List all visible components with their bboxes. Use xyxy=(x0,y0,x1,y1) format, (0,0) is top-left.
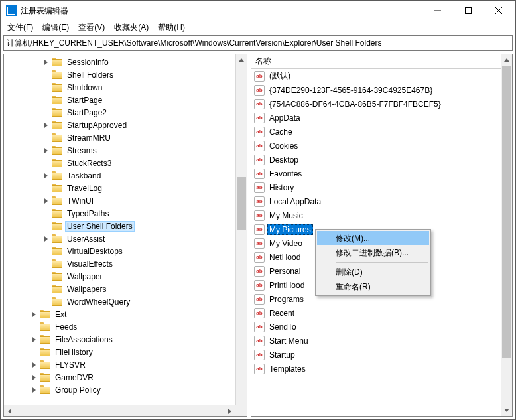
string-value-icon: ab xyxy=(254,350,265,360)
tree-pane[interactable]: SessionInfoShell FoldersShutdownStartPag… xyxy=(3,54,247,417)
folder-icon xyxy=(52,222,62,230)
scroll-up-button[interactable] xyxy=(236,54,247,66)
tree-item[interactable]: GameDVR xyxy=(7,371,235,384)
tree-item-label: StuckRects3 xyxy=(65,158,113,169)
tree-item[interactable]: Wallpaper xyxy=(7,270,235,283)
value-row[interactable]: abFavorites xyxy=(251,167,501,180)
tree-item[interactable]: TWinUI xyxy=(7,194,235,207)
tree-item[interactable]: UserAssist xyxy=(7,232,235,245)
expander-icon[interactable] xyxy=(42,120,52,131)
tree-item-label: SessionInfo xyxy=(65,57,111,68)
tree-item[interactable]: StartPage xyxy=(7,94,235,106)
tree-item[interactable]: Shutdown xyxy=(7,81,235,94)
menu-file[interactable]: 文件(F) xyxy=(3,21,37,35)
window-title: 注册表编辑器 xyxy=(21,5,68,17)
expander-icon[interactable] xyxy=(31,334,40,345)
expander-icon[interactable] xyxy=(31,360,40,370)
tree-scrollbar-h[interactable] xyxy=(4,405,235,416)
titlebar[interactable]: 注册表编辑器 xyxy=(1,1,515,21)
expander-icon[interactable] xyxy=(31,309,40,320)
string-value-icon: ab xyxy=(254,169,265,179)
tree-item[interactable]: User Shell Folders xyxy=(7,220,235,232)
tree-item[interactable]: TravelLog xyxy=(7,182,235,194)
tree-item-label: VisualEffects xyxy=(65,259,115,269)
maximize-button[interactable] xyxy=(453,1,484,21)
tree-scrollbar-v[interactable] xyxy=(235,54,247,416)
list-scrollbar-v[interactable] xyxy=(501,54,512,416)
folder-icon xyxy=(52,285,62,293)
tree-item-label: StartPage2 xyxy=(65,107,109,118)
tree-item-label: VirtualDesktops xyxy=(65,246,125,257)
tree-item-label: StreamMRU xyxy=(65,133,113,143)
scroll-thumb[interactable] xyxy=(237,177,246,230)
value-row[interactable]: abDesktop xyxy=(251,153,501,167)
value-row[interactable]: abStart Menu xyxy=(251,334,501,348)
tree-item[interactable]: Ext xyxy=(7,308,235,320)
expander-icon[interactable] xyxy=(31,372,40,383)
expander-icon[interactable] xyxy=(42,57,52,68)
address-bar[interactable]: 计算机\HKEY_CURRENT_USER\Software\Microsoft… xyxy=(3,35,513,51)
expander-icon[interactable] xyxy=(42,234,52,244)
tree-item[interactable]: Wallpapers xyxy=(7,283,235,295)
value-row[interactable]: ab{374DE290-123F-4565-9164-39C4925E467B} xyxy=(251,83,501,97)
tree-item-label: Shell Folders xyxy=(65,70,115,80)
tree-item[interactable]: FileAssociations xyxy=(7,333,235,346)
value-row[interactable]: abTemplates xyxy=(251,362,501,376)
tree-item[interactable]: StartPage2 xyxy=(7,106,235,119)
tree-item[interactable]: StreamMRU xyxy=(7,131,235,144)
scroll-down-button[interactable] xyxy=(501,405,512,416)
value-row[interactable]: abLocal AppData xyxy=(251,194,501,208)
menu-view[interactable]: 查看(V) xyxy=(74,21,109,35)
value-row[interactable]: abCookies xyxy=(251,139,501,153)
value-row[interactable]: abAppData xyxy=(251,111,501,125)
tree-item[interactable]: TypedPaths xyxy=(7,207,235,220)
scroll-left-button[interactable] xyxy=(4,405,15,417)
context-menu-item[interactable]: 重命名(R) xyxy=(317,279,429,294)
scroll-right-button[interactable] xyxy=(224,405,235,417)
value-row[interactable]: abRecent xyxy=(251,306,501,320)
string-value-icon: ab xyxy=(254,141,265,151)
value-row[interactable]: ab(默认) xyxy=(251,69,501,83)
expander-icon[interactable] xyxy=(42,171,52,181)
context-menu-item[interactable]: 修改二进制数据(B)... xyxy=(317,245,429,260)
value-row[interactable]: abMy Music xyxy=(251,208,501,222)
folder-icon xyxy=(52,259,62,268)
string-value-icon: ab xyxy=(254,364,265,374)
expander-icon[interactable] xyxy=(42,145,52,156)
value-row[interactable]: abStartup xyxy=(251,348,501,362)
minimize-button[interactable] xyxy=(422,1,453,21)
tree-item[interactable]: VirtualDesktops xyxy=(7,245,235,257)
tree-item[interactable]: WordWheelQuery xyxy=(7,295,235,308)
scroll-up-button[interactable] xyxy=(501,54,512,66)
tree-item[interactable]: StartupApproved xyxy=(7,119,235,131)
context-menu-item[interactable]: 修改(M)... xyxy=(317,231,429,245)
tree-item[interactable]: FLYSVR xyxy=(7,358,235,371)
tree-item[interactable]: FileHistory xyxy=(7,346,235,358)
value-row[interactable]: abHistory xyxy=(251,180,501,194)
tree-item[interactable]: Feeds xyxy=(7,320,235,333)
value-row[interactable]: ab{754AC886-DF64-4CBA-86B5-F7FBF4FBCEF5} xyxy=(251,97,501,111)
tree-item[interactable]: Shell Folders xyxy=(7,68,235,81)
value-row[interactable]: abCache xyxy=(251,125,501,139)
menu-fav[interactable]: 收藏夹(A) xyxy=(110,21,153,35)
column-header[interactable]: 名称 xyxy=(251,54,501,69)
menu-edit[interactable]: 编辑(E) xyxy=(38,21,73,35)
tree-item[interactable]: SessionInfo xyxy=(7,56,235,68)
folder-icon xyxy=(52,159,62,167)
expander-none xyxy=(42,246,52,257)
folder-icon xyxy=(40,322,50,331)
context-menu-item[interactable]: 删除(D) xyxy=(317,265,429,279)
expander-icon[interactable] xyxy=(42,196,52,206)
tree-item[interactable]: VisualEffects xyxy=(7,257,235,270)
tree-item[interactable]: Taskband xyxy=(7,169,235,182)
close-button[interactable] xyxy=(484,1,514,21)
expander-icon[interactable] xyxy=(31,385,40,395)
menu-help[interactable]: 帮助(H) xyxy=(154,21,189,35)
tree-item[interactable]: StuckRects3 xyxy=(7,157,235,169)
tree-item[interactable]: Streams xyxy=(7,144,235,157)
expander-none xyxy=(42,271,52,282)
scroll-thumb[interactable] xyxy=(502,66,511,358)
value-name: My Video xyxy=(267,238,304,249)
value-row[interactable]: abSendTo xyxy=(251,320,501,334)
tree-item[interactable]: Group Policy xyxy=(7,384,235,396)
